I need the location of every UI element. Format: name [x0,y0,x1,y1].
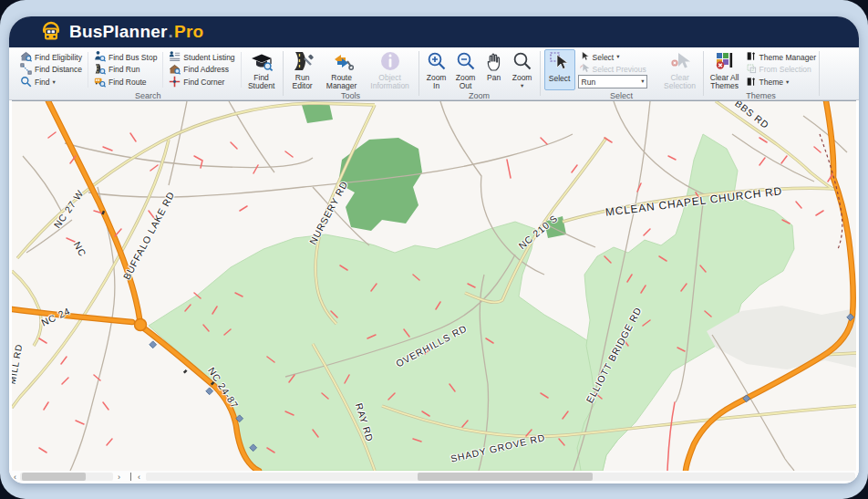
student-listing-button[interactable]: Student Listing [167,51,236,63]
find-bus-stop-button[interactable]: Find Bus Stop [92,51,159,63]
themes-grid-icon [714,51,736,73]
select-cursor-icon [550,52,570,74]
forest-polygon [338,138,422,231]
screenshot-stage: BusPlanner.Pro Find Eligibility Find Dis… [0,0,868,499]
map-scroll-left-arrow[interactable]: ‹ [135,472,143,482]
zone-polygon-central [149,222,621,471]
house-magnifier-icon [20,50,32,64]
find-address-label: Find Address [183,65,229,74]
select-type-value: Run [582,78,642,87]
dropdown-caret-icon: ▾ [53,79,56,86]
map-base-layer [12,101,856,471]
from-selection-label: From Selection [760,65,811,74]
ribbon-group-search: Find Eligibility Find Distance Find ▾ [15,47,282,99]
theme-manager-label: Theme Manager [760,53,816,62]
find-run-label: Find Run [108,65,140,74]
ribbon-group-themes: Clear All Themes Theme Manager From Sele… [705,47,818,99]
corner-cross-icon [169,76,181,89]
map-canvas[interactable]: NC 27 W NC BUFFALO LAKE RD NURSERY RD NC… [12,100,856,471]
pan-button[interactable]: Pan [481,49,507,90]
magnifier-icon [20,76,32,89]
combo-caret-icon: ▾ [641,78,646,85]
student-listing-label: Student Listing [183,53,234,62]
scroll-right-arrow[interactable]: › [115,472,123,482]
zoom-out-button[interactable]: Zoom Out [452,49,480,90]
find-address-button[interactable]: Find Address [167,64,236,76]
road-magnifier-icon [94,63,106,77]
brand-dot: . [169,22,173,42]
zoom-out-icon [456,51,476,73]
clear-selection-icon [670,51,690,73]
select-previous-button[interactable]: Select Previous [578,63,658,75]
ribbon-group-tools: Run Editor Route Manager Object Informat… [284,47,418,99]
find-eligibility-label: Find Eligibility [35,53,82,62]
find-dropdown-button[interactable]: Find ▾ [18,77,84,88]
zoom-magnifier-icon [512,51,532,73]
dropdown-caret-icon: ▾ [786,79,789,86]
cursor-previous-icon [580,63,590,75]
clear-all-themes-label: Clear All Themes [708,74,741,90]
zoom-in-icon [427,51,447,73]
bus-logo-icon [40,21,62,43]
map-scrollbar-thumb[interactable] [418,473,593,481]
route-arrows-wrench-icon [330,51,354,73]
zoom-out-label: Zoom Out [453,74,479,90]
theme-dropdown-button[interactable]: Theme ▾ [745,77,814,88]
cursor-icon [580,51,590,63]
find-corner-label: Find Corner [183,78,224,87]
dropdown-caret-icon: ▾ [616,54,619,60]
brand-name: BusPlanner [69,22,168,42]
theme-manager-button[interactable]: Theme Manager [745,51,814,63]
student-listing-icon [169,50,181,64]
scrollbar-row: ‹ › ‹ [9,471,859,483]
select-big-label: Select [549,75,571,83]
select-button[interactable]: Select [544,49,575,90]
zoom-in-button[interactable]: Zoom In [423,49,450,90]
scrollbar-splitter[interactable] [130,473,131,481]
zoom-dropdown-label: Zoom [512,74,532,82]
address-house-icon [169,63,181,77]
clear-selection-button[interactable]: Clear Selection [661,49,699,90]
app-window: BusPlanner.Pro Find Eligibility Find Dis… [9,16,859,483]
find-run-button[interactable]: Find Run [92,64,159,76]
left-scrollbar-thumb[interactable] [22,473,86,481]
select-previous-label: Select Previous [593,65,646,74]
run-editor-button[interactable]: Run Editor [287,49,318,90]
find-distance-button[interactable]: Find Distance [18,64,84,76]
theme-icon [747,77,757,88]
distance-icon [20,63,32,77]
bus-magnifier-icon [94,76,106,89]
bus-stop-person-icon [94,50,106,64]
theme-manager-icon [747,51,757,63]
road-edit-icon [292,51,314,73]
pan-hand-icon [484,51,504,73]
find-route-button[interactable]: Find Route [92,77,159,88]
run-editor-label: Run Editor [288,74,317,90]
clear-all-themes-button[interactable]: Clear All Themes [708,49,742,90]
zoom-dropdown-button[interactable]: Zoom ▾ [509,49,536,90]
select-small-label: Select [593,53,615,62]
from-selection-icon [747,64,757,76]
clear-selection-label: Clear Selection [662,74,698,90]
map-scrollbar-track[interactable] [146,473,855,481]
find-corner-button[interactable]: Find Corner [167,77,236,88]
find-eligibility-button[interactable]: Find Eligibility [18,51,84,63]
pan-label: Pan [487,74,501,82]
roundabout [135,319,147,331]
brand-suffix: Pro [174,22,203,42]
info-icon [379,51,401,73]
object-information-button[interactable]: Object Information [366,49,415,90]
find-route-label: Find Route [108,78,147,87]
route-manager-button[interactable]: Route Manager [320,49,364,90]
ribbon-group-zoom: Zoom In Zoom Out Pan Zoom ▾ [420,47,539,99]
select-type-combobox[interactable]: Run ▾ [578,75,647,88]
select-dropdown-button[interactable]: Select ▾ [578,51,658,63]
find-student-button[interactable]: Find Student [244,49,279,90]
find-distance-label: Find Distance [35,65,82,74]
from-selection-button[interactable]: From Selection [745,64,814,76]
title-bar: BusPlanner.Pro [9,16,859,47]
find-bus-stop-label: Find Bus Stop [108,53,157,62]
ribbon-toolbar: Find Eligibility Find Distance Find ▾ [9,47,859,100]
app-title: BusPlanner.Pro [69,22,203,42]
left-scrollbar-track[interactable] [20,473,113,481]
